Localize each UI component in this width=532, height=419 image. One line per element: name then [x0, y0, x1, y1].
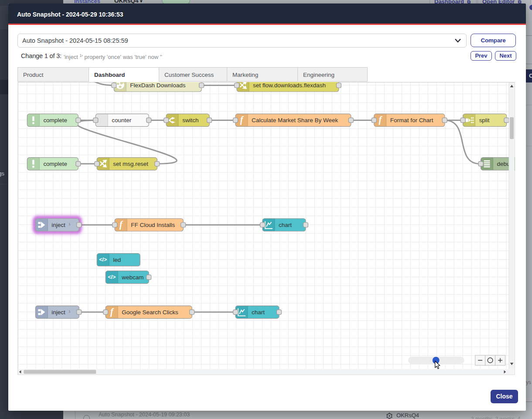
- svg-text:1: 1: [68, 222, 71, 226]
- svg-text:chart: chart: [279, 221, 292, 228]
- svg-text:split: split: [479, 117, 490, 124]
- svg-text:counter: counter: [112, 117, 131, 124]
- svg-text:Format for Chart: Format for Chart: [390, 117, 433, 124]
- svg-text:led: led: [113, 256, 121, 263]
- svg-text:webcam: webcam: [121, 274, 143, 280]
- svg-text:1: 1: [68, 309, 71, 313]
- svg-text:chart: chart: [252, 309, 265, 315]
- svg-text:complete: complete: [43, 117, 67, 124]
- svg-text:switch: switch: [182, 117, 198, 124]
- svg-text:FlexDash Downloads: FlexDash Downloads: [130, 82, 186, 89]
- svg-text:Calculate Market Share By Week: Calculate Market Share By Week: [252, 117, 338, 124]
- svg-text:complete: complete: [43, 161, 67, 167]
- svg-text:set flow.downloads.flexdash: set flow.downloads.flexdash: [253, 82, 326, 89]
- svg-text:Google Search Clicks: Google Search Clicks: [122, 309, 178, 315]
- svg-text:set msg.reset: set msg.reset: [113, 161, 148, 167]
- svg-text:</>: </>: [108, 274, 116, 280]
- svg-text:inject: inject: [51, 309, 65, 315]
- svg-text:</>: </>: [99, 257, 107, 263]
- svg-text:inject: inject: [51, 221, 65, 228]
- svg-text:FF Cloud Installs: FF Cloud Installs: [131, 221, 175, 228]
